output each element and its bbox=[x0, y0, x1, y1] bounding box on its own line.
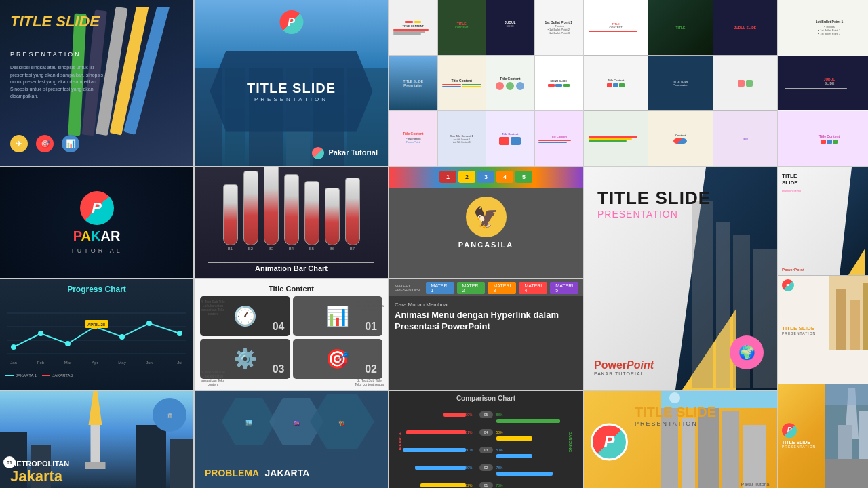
jakarta-metro-cell[interactable]: 🏛️ METROPOLITAN Jakarta 01 bbox=[0, 391, 193, 488]
city-slide-final-cell[interactable]: P TITLE SLIDE PRESENTATION Pakar Tutoria… bbox=[584, 391, 777, 488]
thumb-7[interactable]: Title Content bbox=[486, 56, 534, 110]
mini-logo-gold: P bbox=[782, 279, 794, 291]
legend-label-2: JAKARTA 2 bbox=[52, 373, 73, 378]
progress-chart-cell[interactable]: Progress Chart Jan Feb bbox=[0, 279, 193, 390]
thumb-8[interactable]: MENU SLIDE bbox=[535, 56, 583, 110]
bar-4 bbox=[284, 174, 299, 245]
progress-legend: JAKARTA 1 JAKARTA 2 bbox=[5, 370, 188, 378]
clock-icon: 🕐 bbox=[233, 305, 257, 327]
tc-thumb-2[interactable]: TITLE bbox=[648, 0, 712, 55]
center-num-5: 01 bbox=[479, 482, 493, 488]
big-logo-circle: P bbox=[591, 423, 628, 460]
comp-row-4: 69% 02 78% bbox=[399, 460, 572, 476]
logo-circle-top: P bbox=[279, 10, 303, 34]
pancasila-banner: 1 2 3 4 5 bbox=[389, 167, 583, 188]
comp-row-5: 62% 01 70% bbox=[399, 477, 572, 488]
bar-item-3: B3 bbox=[264, 167, 279, 251]
animasi-menu-cell[interactable]: MATERI PRESENTASI MATERI 1 MATERI 2 MATE… bbox=[389, 279, 583, 390]
svg-rect-56 bbox=[829, 276, 868, 350]
svg-text:🏙️: 🏙️ bbox=[245, 420, 252, 426]
problema-word: PROBLEMA bbox=[205, 468, 259, 479]
title-description: Deskripsi singkat atau sinopsis untuk is… bbox=[10, 64, 105, 100]
thumb-5[interactable]: TITLE SLIDEPresentation bbox=[389, 56, 437, 110]
tc-thumb-3[interactable]: JUDUL SLIDE bbox=[713, 0, 777, 55]
mini-thumb-3[interactable]: Title Content bbox=[778, 111, 868, 166]
thumb-9[interactable]: Title Content Presentation PowerPoint bbox=[389, 111, 437, 166]
thumb-10[interactable]: Sub Title Content 1 Ask title Content 2 … bbox=[438, 111, 486, 166]
svg-rect-62 bbox=[838, 425, 852, 459]
settings-icon: ⚙️ bbox=[233, 348, 257, 370]
thumb-11[interactable]: Title Content bbox=[486, 111, 534, 166]
comp-row-1: 30% 05 88% bbox=[399, 407, 572, 423]
mini-thumb-2[interactable]: JUDUL SLIDE bbox=[778, 56, 868, 110]
tab-3[interactable]: MATERI 3 bbox=[488, 282, 516, 294]
thumb-6[interactable]: Title Content bbox=[438, 56, 486, 110]
left-val-2: 81% bbox=[466, 430, 476, 434]
title-slide-city[interactable]: P TITLE SLIDE PRESENTATION Pakar Tutoria… bbox=[195, 0, 388, 166]
right-thumb-2[interactable]: TITLE SLIDE PRESENTATION P bbox=[778, 276, 868, 384]
city-photo-area bbox=[825, 384, 869, 488]
main-grid: TITLE SLIDE PRESENTATION Deskripsi singk… bbox=[0, 0, 868, 488]
right-val-2: 50% bbox=[496, 430, 503, 434]
animation-bar-chart-cell[interactable]: B1 B2 B3 B4 B5 bbox=[195, 167, 388, 278]
right-thumb-1[interactable]: TITLESLIDE Presentation PowerPoint bbox=[778, 167, 868, 275]
num-tab-2: 2 bbox=[458, 171, 475, 183]
tc-thumb-4[interactable]: Title Content bbox=[584, 56, 648, 110]
pancasila-cell[interactable]: 1 2 3 4 5 🦅 PANCASILA bbox=[389, 167, 583, 278]
tab-5[interactable]: MATERI 5 bbox=[550, 282, 578, 294]
problema-jakarta-cell[interactable]: 🏙️ 🌆 🏗️ PROBLEMA JAKARTA bbox=[195, 391, 388, 488]
tc-thumb-5[interactable]: TITLE SLIDEPresentation bbox=[648, 56, 712, 110]
thumb-12[interactable]: Title Content bbox=[535, 111, 583, 166]
svg-text:Mar: Mar bbox=[64, 361, 71, 365]
tc-thumb-8[interactable]: Content bbox=[648, 111, 712, 166]
pakar-brand-bottom: Pakar Tutorial bbox=[741, 482, 770, 487]
jakarta-label: JAKARTA bbox=[398, 432, 402, 451]
right-val-4: 78% bbox=[496, 466, 503, 470]
tc-thumb-1[interactable]: TITLE CONTENT bbox=[584, 0, 648, 55]
left-val-5: 62% bbox=[466, 483, 476, 487]
big-title-line2: Presentation bbox=[597, 209, 711, 220]
bar-label-3: B3 bbox=[269, 247, 273, 251]
hexagon-title-bg: TITLE SLIDE PRESENTATION bbox=[210, 51, 373, 132]
tc-thumb-6[interactable] bbox=[713, 56, 777, 110]
thumb-4[interactable]: 1st Bullet Point 1 • Tropics • 1st Bulle… bbox=[535, 0, 583, 55]
bar-item-1: B1 bbox=[223, 184, 238, 251]
tc-box-num-03: 03 bbox=[273, 363, 285, 375]
tc-right-text: 1. Text Sub TitleTeks content sesuai keb… bbox=[353, 300, 387, 312]
svg-text:🌆: 🌆 bbox=[293, 420, 300, 426]
num-tab-5: 5 bbox=[515, 171, 532, 183]
title-line1: TITLE SLIDE bbox=[10, 14, 100, 30]
chart-baseline bbox=[208, 262, 374, 263]
tc-box-num-01: 01 bbox=[365, 321, 377, 333]
tab-4[interactable]: MATERI 4 bbox=[519, 282, 547, 294]
tc-thumb-7[interactable] bbox=[584, 111, 648, 166]
comparison-rows: 30% 05 88% 81% 04 50% bbox=[389, 407, 583, 488]
bar-label-5: B5 bbox=[309, 247, 314, 251]
right-thumb-3[interactable]: P TITLE SLIDE PRESENTATION bbox=[778, 384, 868, 488]
thumb-1[interactable]: TITLE CONTENT bbox=[389, 0, 437, 55]
title-content-cell[interactable]: Title Content 🕐 04 📊 01 ⚙️ 03 bbox=[195, 279, 388, 390]
tc-box-num-02: 02 bbox=[365, 363, 377, 375]
legend-line-1 bbox=[5, 375, 14, 376]
left-bar-3 bbox=[403, 448, 466, 452]
bar-label-1: B1 bbox=[228, 247, 233, 251]
pakar-tutorial-cell: P PAKAR TUTORIAL bbox=[0, 167, 193, 278]
jakarta-title-text: Jakarta bbox=[10, 468, 183, 485]
animasi-main-title-text: Animasi Menu dengan Hyperlink dalam Pres… bbox=[395, 310, 577, 333]
svg-text:🏗️: 🏗️ bbox=[338, 420, 345, 426]
mini-thumb-1[interactable]: 1st Bullet Point 1 • Tropics • 1st Bulle… bbox=[778, 0, 868, 55]
svg-rect-58 bbox=[850, 300, 860, 350]
comparison-title-text: Comparison Chart bbox=[389, 391, 583, 405]
num-tab-4: 4 bbox=[496, 171, 513, 183]
tab-1[interactable]: MATERI 1 bbox=[426, 282, 454, 294]
title-slide-dark[interactable]: TITLE SLIDE PRESENTATION Deskripsi singk… bbox=[0, 0, 193, 166]
thumb-3[interactable]: JUDUL SLIDE bbox=[486, 0, 534, 55]
thumb-2[interactable]: TITLE CONTENT bbox=[438, 0, 486, 55]
big-title-slide-cell[interactable]: 🌍 TITLE SLIDE Presentation PowerPoint PA… bbox=[584, 167, 777, 390]
tab-2[interactable]: MATERI 2 bbox=[457, 282, 486, 294]
comparison-chart-cell[interactable]: Comparison Chart JAKARTA BANDUNG 30% 05 … bbox=[389, 391, 583, 488]
svg-rect-15 bbox=[753, 249, 777, 388]
big-title-line1: TITLE SLIDE bbox=[597, 188, 711, 209]
tc-thumb-9[interactable]: Title bbox=[713, 111, 777, 166]
left-bar-4 bbox=[415, 466, 465, 470]
